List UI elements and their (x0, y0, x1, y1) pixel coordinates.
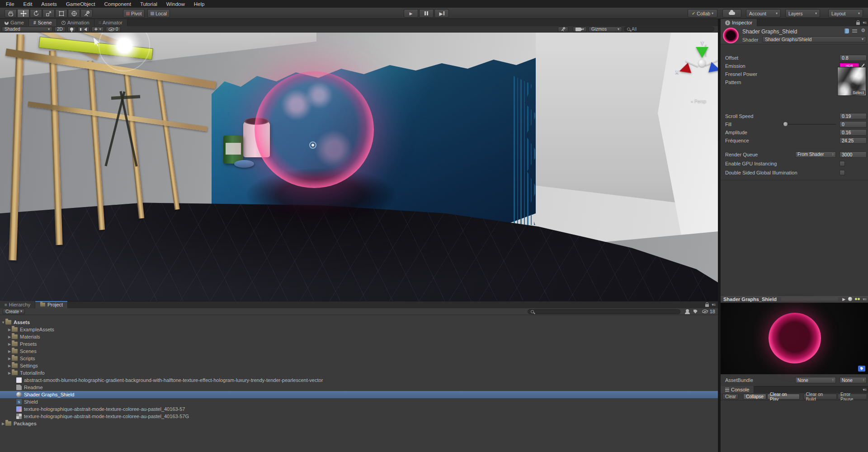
shader-dropdown[interactable]: Shader Graphs/Shield ▾ (762, 36, 866, 42)
tree-row-scripts[interactable]: ▶ Scripts (0, 355, 718, 362)
menu-assets[interactable]: Assets (37, 0, 61, 8)
tab-game[interactable]: Game (0, 19, 29, 26)
tree-row-readme[interactable]: Readme (0, 384, 718, 391)
tab-hierarchy[interactable]: ≡Hierarchy (0, 301, 35, 308)
console-log-area[interactable] (721, 400, 868, 452)
offset-field[interactable]: 0.8 (840, 55, 867, 61)
tree-row-texture-57g[interactable]: texture-holographique-abstrait-mode-text… (0, 413, 718, 420)
hand-tool-button[interactable] (5, 9, 17, 18)
amplitude-field[interactable]: 0.16 (840, 129, 867, 136)
frequence-field[interactable]: 24.25 (840, 137, 867, 144)
console-error-pause-button[interactable]: Error Pause (838, 394, 867, 400)
shading-mode-dropdown[interactable]: Shaded▾ (2, 27, 52, 32)
help-book-icon[interactable] (844, 28, 849, 33)
pattern-select-button[interactable]: Select (851, 90, 865, 95)
scene-tools-button[interactable] (558, 27, 568, 32)
lock-icon[interactable] (856, 22, 860, 25)
scroll-speed-field[interactable]: 0.19 (840, 113, 867, 119)
axis-y-cone[interactable] (696, 47, 708, 58)
tab-scene[interactable]: #Scene (29, 19, 57, 26)
console-collapse-button[interactable]: Collapse (743, 394, 766, 400)
tree-row-exampleassets[interactable]: ▶ ExampleAssets (0, 326, 718, 333)
fill-slider[interactable] (783, 124, 836, 125)
scene-audio-toggle[interactable] (78, 27, 90, 32)
scene-viewport[interactable]: Y X Z ◂ Persp (0, 33, 718, 301)
console-clear-on-build-button[interactable]: Clear on Build (803, 394, 837, 400)
menu-help[interactable]: Help (190, 0, 209, 8)
menu-gameobject[interactable]: GameObject (62, 0, 99, 8)
gpu-instancing-checkbox[interactable] (840, 161, 845, 166)
cloud-button[interactable] (722, 9, 741, 18)
shield-sphere-object[interactable] (255, 71, 374, 188)
fill-field[interactable]: 0 (840, 121, 867, 127)
scale-tool-button[interactable] (42, 9, 55, 18)
tab-animator[interactable]: ∷Animator (94, 19, 127, 26)
gizmos-dropdown[interactable]: Gizmos▾ (589, 27, 622, 32)
pivot-toggle-button[interactable]: Pivot (123, 9, 145, 18)
menu-file[interactable]: File (2, 0, 19, 8)
tree-row-abstract-texture[interactable]: abstract-smooth-blurred-holographic-grad… (0, 377, 718, 384)
tab-project[interactable]: Project (35, 301, 68, 308)
render-queue-dropdown[interactable]: From Shader ↕ (795, 151, 836, 158)
panel-menu-icon[interactable]: ▾≡ (863, 20, 866, 25)
paint-can[interactable] (223, 136, 243, 164)
pattern-texture-thumbnail[interactable]: Select (837, 67, 866, 96)
render-queue-field[interactable]: 3000 (840, 151, 867, 158)
play-button[interactable]: ▶ (404, 9, 418, 18)
scene-visibility-toggle[interactable]: 0 (106, 27, 121, 32)
tree-row-scenes[interactable]: ▶ Scenes (0, 348, 718, 355)
rect-tool-button[interactable] (55, 9, 67, 18)
layout-dropdown[interactable]: Layout▾ (828, 9, 863, 18)
scene-search-input[interactable]: All (624, 27, 714, 32)
tab-animation[interactable]: Animation (57, 19, 94, 26)
scene-fx-dropdown[interactable]: ▾ (91, 27, 104, 32)
rotate-tool-button[interactable] (30, 9, 42, 18)
preview-sphere-icon[interactable] (848, 297, 852, 301)
axis-x-cone[interactable] (678, 63, 691, 76)
project-search-input[interactable] (528, 309, 680, 314)
pause-button[interactable] (419, 9, 434, 18)
scene-camera-dropdown[interactable]: ▾ (573, 27, 587, 32)
tab-inspector[interactable]: i Inspector (721, 19, 757, 26)
2d-toggle[interactable]: 2D (54, 27, 66, 32)
drag-handle[interactable] (781, 298, 838, 300)
gear-icon[interactable]: ⚙ (861, 28, 865, 33)
axis-gizmo[interactable]: Y X Z (677, 41, 718, 82)
preview-play-icon[interactable]: ▶ (842, 297, 845, 301)
scene-lighting-toggle[interactable] (67, 27, 76, 32)
preview-lights-icon[interactable] (855, 298, 860, 300)
step-button[interactable]: ▶ (434, 9, 449, 18)
console-clear-button[interactable]: Clear (722, 394, 739, 400)
local-toggle-button[interactable]: Local (147, 9, 170, 18)
assetbundle-dropdown[interactable]: None ↕ (795, 377, 836, 383)
menu-edit[interactable]: Edit (19, 0, 37, 8)
create-dropdown[interactable]: Create▾ (3, 309, 25, 314)
menu-tutorial[interactable]: Tutorial (136, 0, 161, 8)
tree-row-packages[interactable]: ▶ Packages (0, 420, 718, 427)
lock-icon[interactable] (705, 304, 709, 307)
tab-console[interactable]: Console (721, 386, 754, 393)
preview-header[interactable]: Shader Graphs_Shield ▶ ▾≡ (721, 295, 868, 303)
layers-dropdown[interactable]: Layers▾ (785, 9, 820, 18)
tree-row-shader-graphs-shield[interactable]: Shader Graphs_Shield (0, 391, 718, 398)
tree-row-shield[interactable]: S Shield (0, 398, 718, 405)
tree-row-tutorialinfo[interactable]: ▶ TutorialInfo (0, 369, 718, 377)
preview-menu-icon[interactable]: ▾≡ (863, 297, 866, 301)
presets-icon[interactable] (852, 29, 857, 33)
material-thumbnail[interactable] (723, 28, 739, 43)
menu-window[interactable]: Window (162, 0, 189, 8)
account-dropdown[interactable]: Account▾ (746, 9, 781, 18)
custom-tools-button[interactable] (80, 9, 93, 18)
tree-row-texture-57[interactable]: texture-holographique-abstrait-mode-text… (0, 405, 718, 413)
dsgi-checkbox[interactable] (840, 170, 845, 175)
paint-lid[interactable] (234, 160, 254, 168)
menu-component[interactable]: Component (100, 0, 135, 8)
collab-dropdown[interactable]: ✓ Collab ▾ (688, 9, 717, 18)
selection-center-gizmo[interactable] (309, 141, 316, 149)
panel-menu-icon[interactable]: ▾≡ (863, 387, 866, 392)
panel-menu-icon[interactable]: ▾≡ (712, 302, 715, 307)
label-tag-icon[interactable] (693, 310, 698, 314)
axis-hub[interactable] (698, 60, 706, 67)
transform-tool-button[interactable] (68, 9, 80, 18)
material-preview[interactable] (721, 303, 868, 374)
